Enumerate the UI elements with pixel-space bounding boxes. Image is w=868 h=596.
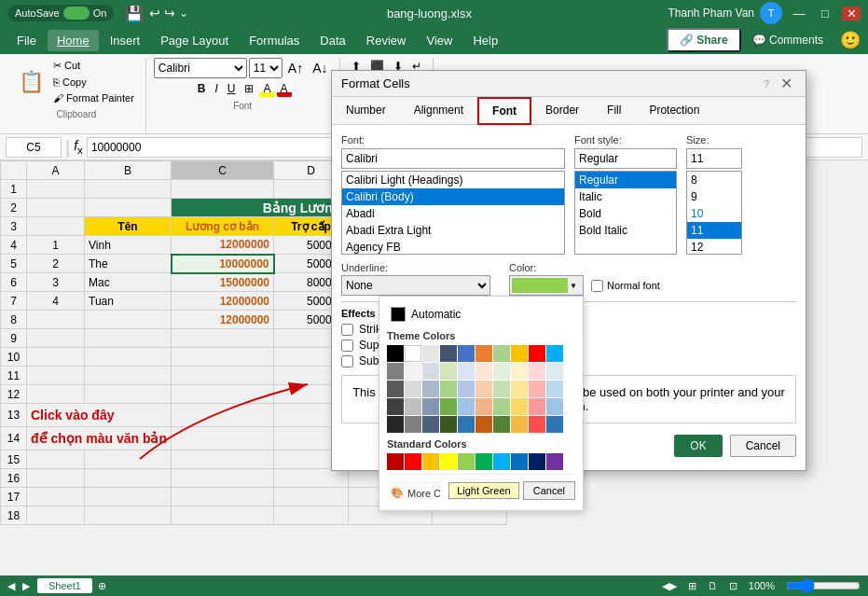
menu-formulas[interactable]: Formulas: [240, 30, 309, 51]
color-r5-4[interactable]: [440, 416, 457, 433]
cell-b6[interactable]: Mac: [85, 273, 172, 292]
color-r5-1[interactable]: [387, 416, 404, 433]
color-white[interactable]: [405, 345, 421, 362]
menu-help[interactable]: Help: [463, 30, 507, 51]
cell-reference-input[interactable]: [6, 137, 62, 158]
color-r3-7[interactable]: [493, 381, 510, 397]
menu-file[interactable]: File: [7, 30, 46, 51]
increase-font-button[interactable]: A↑: [284, 59, 307, 77]
color-r4-8[interactable]: [511, 398, 528, 415]
font-list[interactable]: Calibri Light (Headings) Calibri (Body) …: [341, 171, 565, 255]
color-r4-7[interactable]: [493, 398, 510, 415]
color-r5-5[interactable]: [458, 416, 475, 433]
font-item-agency[interactable]: Agency FB: [342, 239, 564, 255]
color-r4-5[interactable]: [458, 398, 475, 415]
font-style-input[interactable]: [574, 148, 677, 169]
bold-button[interactable]: B: [194, 80, 210, 97]
redo-icon[interactable]: ↪: [164, 6, 175, 21]
font-size-input[interactable]: [686, 148, 742, 169]
color-r5-6[interactable]: [475, 416, 492, 433]
style-italic[interactable]: Italic: [575, 188, 676, 205]
cell-a6[interactable]: 3: [27, 273, 85, 292]
menu-insert[interactable]: Insert: [101, 30, 150, 51]
style-bold-italic[interactable]: Bold Italic: [575, 222, 676, 239]
color-black[interactable]: [387, 345, 404, 362]
font-name-select[interactable]: Calibri: [154, 58, 247, 78]
tab-number[interactable]: Number: [332, 97, 400, 125]
std-color-7[interactable]: [493, 453, 510, 470]
undo-icon[interactable]: ↩: [149, 6, 160, 21]
color-r3-10[interactable]: [546, 381, 563, 397]
color-t8[interactable]: [546, 345, 563, 362]
color-r2-7[interactable]: [493, 363, 510, 380]
tab-border[interactable]: Border: [531, 97, 593, 125]
std-color-1[interactable]: [387, 453, 404, 470]
std-color-4[interactable]: [440, 453, 457, 470]
help-icon[interactable]: ?: [764, 78, 769, 90]
color-r2-5[interactable]: [458, 363, 475, 380]
comments-button[interactable]: 💬 Comments: [743, 30, 833, 50]
col-header-a[interactable]: A: [27, 161, 85, 180]
color-r2-9[interactable]: [529, 363, 545, 380]
font-item-abadi[interactable]: Abadi: [342, 205, 564, 222]
page-break-icon[interactable]: ⊡: [729, 580, 737, 592]
font-color-button[interactable]: A: [277, 80, 292, 97]
color-r5-8[interactable]: [511, 416, 528, 433]
grid-view-icon[interactable]: ⊞: [688, 580, 696, 592]
color-r5-10[interactable]: [546, 416, 563, 433]
nav-next-icon[interactable]: ▶: [22, 580, 30, 592]
color-r3-6[interactable]: [475, 381, 492, 397]
color-t5[interactable]: [493, 345, 510, 362]
color-r3-5[interactable]: [458, 381, 475, 397]
strikethrough-checkbox[interactable]: [341, 324, 353, 336]
color-r4-1[interactable]: [387, 398, 404, 415]
color-r2-4[interactable]: [440, 363, 457, 380]
subscript-checkbox[interactable]: [341, 355, 353, 367]
size-9[interactable]: 9: [687, 188, 741, 205]
menu-data[interactable]: Data: [310, 30, 354, 51]
color-r5-3[interactable]: [422, 416, 439, 433]
add-sheet-button[interactable]: ⊕: [98, 580, 106, 592]
cell-a4[interactable]: 1: [27, 236, 85, 255]
cell-a1[interactable]: [27, 180, 85, 199]
color-r3-3[interactable]: [422, 381, 439, 397]
cell-b8[interactable]: [85, 311, 172, 329]
std-color-2[interactable]: [405, 453, 421, 470]
cell-a3[interactable]: [27, 217, 85, 236]
color-r5-9[interactable]: [529, 416, 545, 433]
customize-icon[interactable]: ⌄: [179, 7, 188, 20]
normal-font-checkbox[interactable]: [591, 280, 603, 292]
tab-protection[interactable]: Protection: [635, 97, 713, 125]
maximize-button[interactable]: □: [816, 7, 834, 21]
cell-a2[interactable]: [27, 199, 85, 217]
cell-b4[interactable]: Vinh: [85, 236, 172, 255]
color-r3-1[interactable]: [387, 381, 404, 397]
cell-b1[interactable]: [85, 180, 172, 199]
color-t1[interactable]: [422, 345, 439, 362]
color-r5-2[interactable]: [405, 416, 421, 433]
autosave-toggle[interactable]: [63, 7, 90, 20]
color-r2-3[interactable]: [422, 363, 439, 380]
tab-alignment[interactable]: Alignment: [400, 97, 477, 125]
cell-b3[interactable]: Tên: [85, 217, 172, 236]
font-item-calibri-body[interactable]: Calibri (Body): [342, 188, 564, 205]
cell-b7[interactable]: Tuan: [85, 292, 172, 311]
menu-home[interactable]: Home: [48, 30, 99, 51]
font-size-select[interactable]: 11: [249, 58, 282, 78]
color-t7[interactable]: [529, 345, 545, 362]
font-item-calibri-light[interactable]: Calibri Light (Headings): [342, 172, 564, 188]
cell-b5[interactable]: The: [85, 255, 172, 273]
italic-button[interactable]: I: [211, 80, 221, 97]
color-t3[interactable]: [458, 345, 475, 362]
format-painter-button[interactable]: 🖌 Format Painter: [49, 90, 138, 105]
menu-review[interactable]: Review: [357, 30, 416, 51]
cancel-button[interactable]: Cancel: [730, 435, 796, 457]
page-layout-icon[interactable]: 🗋: [708, 580, 718, 591]
decrease-font-button[interactable]: A↓: [309, 59, 331, 77]
color-swatch-button[interactable]: ▼: [509, 275, 584, 296]
color-r2-6[interactable]: [475, 363, 492, 380]
nav-prev-icon[interactable]: ◀: [7, 580, 15, 592]
dialog-close-button[interactable]: ✕: [777, 75, 796, 92]
menu-page-layout[interactable]: Page Layout: [151, 30, 238, 51]
color-r4-3[interactable]: [422, 398, 439, 415]
